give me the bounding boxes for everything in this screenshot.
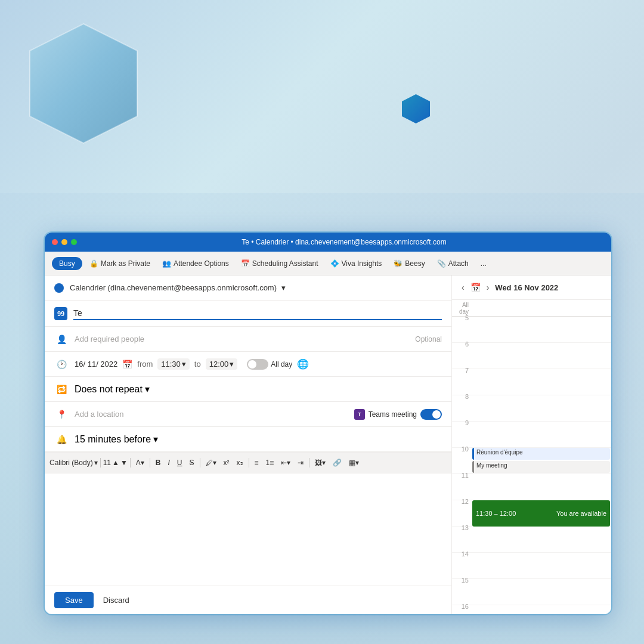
window-controls [52,239,77,245]
hour-label-14: 14 [452,549,471,558]
reminder-selector[interactable]: 15 minutes before ▾ [75,434,158,445]
maximize-window-button[interactable] [71,239,77,245]
slot-area-12[interactable]: 11:30 – 12:00 You are available [471,500,611,526]
people-icon: 👥 [162,259,171,268]
clock-icon: 🕐 [54,357,69,371]
location-field[interactable]: Add a location [75,410,354,419]
calendar-icon: 📅 [241,259,250,268]
slot-area-6[interactable] [471,343,611,369]
calendar-date-title: Wed 16 Nov 2022 [495,283,558,292]
timezone-icon[interactable]: 🌐 [297,358,309,370]
insert-image-button[interactable]: 🖼▾ [312,457,329,468]
event-body-area[interactable] [45,473,451,586]
italic-button[interactable]: I [165,457,173,468]
outlook-window: Te • Calendrier • dina.chevenement@beesa… [45,233,611,614]
discard-button[interactable]: Discard [98,592,134,608]
calendar-next-button[interactable]: › [484,281,492,293]
time-grid: All day 5 6 7 [452,300,611,614]
more-button[interactable]: ... [476,257,491,270]
attach-button[interactable]: 📎 Attach [432,257,473,270]
calendar-row: Calendrier (dina.chevenement@beesapps.on… [45,275,451,301]
slot-area-8[interactable] [471,395,611,421]
time-slot-7: 7 [452,369,611,395]
insert-table-button[interactable]: ▦▾ [346,457,362,468]
slot-area-7[interactable] [471,369,611,395]
time-slot-8: 8 [452,395,611,422]
teams-meeting-toggle[interactable]: T Teams meeting [354,409,442,420]
bold-button[interactable]: B [153,457,164,468]
event-title-input[interactable] [73,307,442,320]
repeat-icon: 🔁 [54,382,69,397]
repeat-row: 🔁 Does not repeat ▾ [45,377,451,402]
outdent-button[interactable]: ⇥ [295,457,306,468]
hour-label-15: 15 [452,575,471,584]
slot-area-16[interactable] [471,605,611,614]
toolbar-separator-3 [150,458,150,467]
slot-area-9[interactable] [471,422,611,447]
superscript-button[interactable]: x² [221,457,233,468]
hour-label-5: 5 [452,313,471,321]
repeat-selector[interactable]: Does not repeat ▾ [75,383,150,395]
calendar-small-icon[interactable]: 📅 [122,360,132,369]
toolbar-separator-6 [309,458,309,467]
close-window-button[interactable] [52,239,58,245]
hex-small-decoration [400,92,432,125]
slot-area-13[interactable] [471,527,611,552]
toolbar-separator-2 [130,458,131,467]
scheduling-assistant-button[interactable]: 📅 Scheduling Assistant [236,257,323,270]
viva-insights-button[interactable]: 💠 Viva Insights [326,257,387,270]
hour-label-10: 10 [452,444,471,453]
event-reunion-equipe[interactable]: Réunion d'équipe [472,448,610,460]
underline-button[interactable]: U [174,457,185,468]
insert-link-button[interactable]: 🔗 [330,457,345,468]
slot-area-14[interactable] [471,553,611,578]
minimize-window-button[interactable] [61,239,67,245]
mark-private-button[interactable]: 🔒 Mark as Private [85,257,155,270]
slot-area-15[interactable] [471,579,611,605]
svg-marker-1 [402,94,430,123]
people-field[interactable]: Add required people [75,335,144,343]
highlight-button[interactable]: 🖊▾ [203,457,219,468]
bullets-button[interactable]: ≡ [252,457,262,468]
font-color-button[interactable]: A▾ [133,457,147,468]
event-new-slot[interactable]: 11:30 – 12:00 You are available [472,500,610,527]
start-time-selector[interactable]: 11:30 ▾ [157,358,190,370]
date-value[interactable]: 16/ 11/ 2022 [75,360,117,369]
time-slot-9: 9 [452,422,611,448]
calendar-header-icon: 📅 [470,283,481,292]
font-size-selector[interactable]: 11 ▲ ▼ [103,459,128,467]
font-selector[interactable]: Calibri (Body) ▾ [49,459,98,467]
strikethrough-button[interactable]: S [187,457,197,468]
slot-area-10[interactable]: Réunion d'équipe My meeting [471,448,611,473]
end-time-selector[interactable]: 12:00 ▾ [206,358,238,370]
subscript-button[interactable]: x₂ [234,457,246,468]
toolbar-separator [100,458,101,467]
title-row: 99 [45,301,451,327]
time-chevron-icon: ▾ [182,360,186,369]
calendar-selector[interactable]: Calendrier (dina.chevenement@beesapps.on… [70,283,286,292]
time-slot-15: 15 [452,579,611,605]
datetime-row: 🕐 16/ 11/ 2022 📅 from 11:30 ▾ to 12:00 ▾ [45,352,451,377]
indent-button[interactable]: ⇤▾ [278,457,293,468]
hour-label-8: 8 [452,392,471,400]
hex-large-decoration [18,18,149,149]
to-label: to [194,360,201,369]
hour-label-16: 16 [452,602,471,610]
numbering-button[interactable]: 1≡ [263,457,277,468]
event-my-meeting[interactable]: My meeting [472,461,610,473]
optional-label: Optional [415,335,442,343]
window-title: Te • Calendrier • dina.chevenement@beesa… [84,238,604,246]
save-button[interactable]: Save [54,592,94,608]
slot-area-5[interactable] [471,317,611,342]
slot-area-11[interactable] [471,474,611,500]
beesy-button[interactable]: 🐝 Beesy [389,257,429,270]
busy-button[interactable]: Busy [52,257,82,270]
calendar-prev-button[interactable]: ‹ [459,281,467,293]
time-slot-11: 11 [452,474,611,500]
time-slot-6: 6 [452,343,611,369]
calendar-color-indicator [54,283,64,293]
ribbon-toolbar: Busy 🔒 Mark as Private 👥 Attendee Option… [45,252,611,275]
attendee-options-button[interactable]: 👥 Attendee Options [157,257,234,270]
time-slot-5: 5 [452,317,611,343]
all-day-toggle[interactable]: All day [247,359,292,370]
